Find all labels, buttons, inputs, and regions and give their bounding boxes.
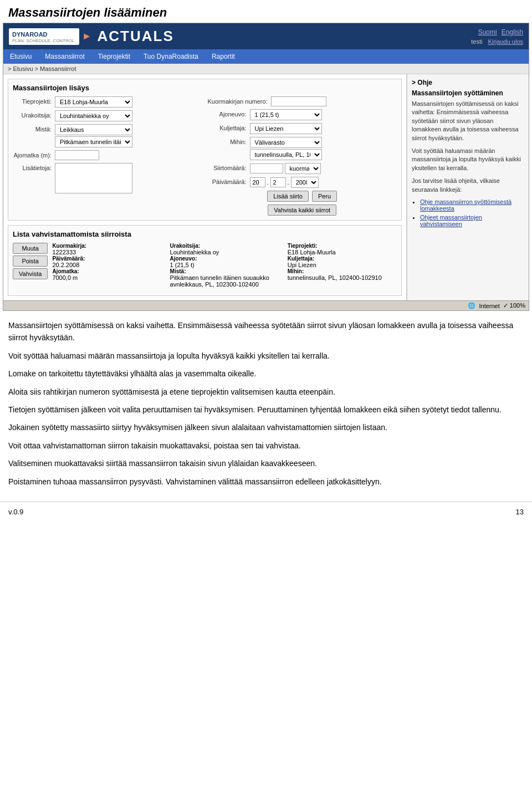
username: testi xyxy=(471,38,482,45)
kuormakirja-label: Kuormakirjan numero: xyxy=(208,96,268,105)
date-month-input[interactable] xyxy=(270,177,286,187)
mista-col-value: Pitkämaen tunnelin itäinen suuaukko avnl… xyxy=(170,274,279,288)
mihin-label: Mihin: xyxy=(208,137,247,145)
kuormakirja-row: Kuormakirjan numero: xyxy=(208,96,397,106)
poista-button[interactable]: Poista xyxy=(13,256,48,267)
lisaa-siirto-button[interactable]: Lisää siirto xyxy=(267,191,309,202)
vahvista-kaikki-button[interactable]: Vahvista kaikki siirrot xyxy=(268,205,336,216)
right-panel: > Ohje Massansiirtojen syöttäminen Massa… xyxy=(407,74,529,300)
ajoneuvo-col-label: Ajoneuvo: xyxy=(170,256,279,262)
kuljettaja-label: Kuljettaja: xyxy=(208,123,247,131)
kuljettaja-row: Kuljettaja: Upi Liezen xyxy=(208,123,397,134)
ajoneuvo-select[interactable]: 1 (21,5 t) xyxy=(250,109,322,120)
nav-bar: Etusivu Massansiirrot Tieprojektit Tuo D… xyxy=(3,49,529,64)
status-bar: 🌐 Internet ✓ 100% xyxy=(3,300,529,310)
mista-select1[interactable]: Leikkaus xyxy=(55,124,132,135)
logo-arrow-icon: ► xyxy=(82,30,92,42)
help-text1: Massansiirtojen syöttämisessä on kaksi v… xyxy=(412,100,524,142)
list-item-actions: Muuta Poista Vahvista xyxy=(13,243,48,288)
footer-page: 13 xyxy=(516,508,524,516)
päivämäärä-row: Päivämäärä: . . 2008 xyxy=(208,177,397,188)
help-links: Ohje massansiirron syöttömisestä lomakke… xyxy=(412,198,524,227)
urakoitsija-col-value: Louhintahiekka oy xyxy=(170,249,279,256)
mista-col-label: Mistä: xyxy=(170,268,279,274)
body-p9: Poistaminen tuhoaa massansiirron pysyväs… xyxy=(8,476,524,488)
help-text3: Jos tarvitse lisää ohjeita, vilkaise seu… xyxy=(412,177,524,194)
form-left-col: Tieprojekti: E18 Lohja-Muurla Urakoitsij… xyxy=(13,96,202,216)
ajoneuvo-col-value: 1 (21,5 t) xyxy=(170,262,279,268)
actuals-title: ACTUALS xyxy=(98,28,174,45)
ajomatka-input[interactable] xyxy=(55,150,99,160)
tieprojekti-row: Tieprojekti: E18 Lohja-Muurla xyxy=(13,96,202,108)
help-text2: Voit syöttää haluamasi määrän massansiir… xyxy=(412,147,524,172)
page-title: Massansiirtojen lisääminen xyxy=(0,0,532,23)
form-right-col: Kuormakirjan numero: Ajoneuvo: 1 (21,5 t… xyxy=(208,96,397,216)
body-p3: Lomake on tarkoitettu täytettäväksi ylhä… xyxy=(8,367,524,380)
tieprojekti-col-value: E18 Lohja-Muurla xyxy=(288,249,397,256)
nav-raportit[interactable]: Raportit xyxy=(205,49,242,64)
list-section: Lista vahvistamattomista siirroista Muut… xyxy=(8,225,402,296)
nav-tieprojektit[interactable]: Tieprojektit xyxy=(91,49,137,64)
lisatietoja-label: Lisätietoja: xyxy=(13,163,52,171)
lang-english[interactable]: English xyxy=(502,28,523,36)
body-p4: Aloita siis rahtikirjan numeron syöttämi… xyxy=(8,386,524,398)
internet-icon: 🌐 xyxy=(468,302,475,309)
siirtomäärä-label: Siirtomäärä: xyxy=(208,163,247,171)
vahvista-button[interactable]: Vahvista xyxy=(13,268,48,279)
siirtomäärä-unit-select[interactable]: kuormaa xyxy=(285,163,321,174)
logo-box: DYNAROAD PLAN. SCHEDULE. CONTROL. xyxy=(9,28,79,45)
user-bar: testi Kirjaudu ulos xyxy=(471,38,523,45)
ajoneuvo-row: Ajoneuvo: 1 (21,5 t) xyxy=(208,109,397,120)
kuormakirja-input[interactable] xyxy=(271,96,326,106)
lisatietoja-textarea[interactable] xyxy=(55,163,132,193)
help-link2[interactable]: Ohjeet massansiirtojen vahvistamiseen xyxy=(420,214,482,227)
urakoitsija-col-label: Urakoitsija: xyxy=(170,243,279,249)
kuljettaja-col-value: Upi Liezen xyxy=(288,262,397,268)
nav-tuo[interactable]: Tuo DynaRoadista xyxy=(137,49,205,64)
list-col1: Kuormakirja: 1222333 Päivämäärä: 20.2.20… xyxy=(52,243,161,288)
body-text-section: Massansiirtojen syöttämisessä on kaksi v… xyxy=(0,311,532,502)
header-right: Suomi English testi Kirjaudu ulos xyxy=(471,28,523,45)
left-panel: Massansiirtojen lisäys Tieprojekti: E18 … xyxy=(3,74,407,300)
logout-link[interactable]: Kirjaudu ulos xyxy=(488,38,523,45)
date-dot2: . xyxy=(288,179,289,186)
mista-label: Mistä: xyxy=(13,124,52,132)
language-bar: Suomi English xyxy=(478,28,523,36)
lang-suomi[interactable]: Suomi xyxy=(478,28,497,36)
body-p7: Voit ottaa vahvistamattoman siirron taka… xyxy=(8,440,524,452)
date-day-input[interactable] xyxy=(250,177,265,187)
logo-area: DYNAROAD PLAN. SCHEDULE. CONTROL. ► xyxy=(9,28,92,45)
action-buttons: Lisää siirto Peru xyxy=(208,191,397,202)
tieprojekti-select[interactable]: E18 Lohja-Muurla xyxy=(55,96,132,108)
kuormakirja-col-value: 1222333 xyxy=(52,249,161,256)
kuormakirja-col-label: Kuormakirja: xyxy=(52,243,161,249)
urakoitsija-label: Urakoitsija: xyxy=(13,110,52,119)
urakoitsija-select[interactable]: Louhintahiekka oy xyxy=(55,110,132,121)
nav-etusivu[interactable]: Etusivu xyxy=(3,49,38,64)
body-p8: Valitseminen muokattavaksi siirtää massa… xyxy=(8,457,524,469)
päivämäärä-label: Päivämäärä: xyxy=(208,177,247,185)
kuljettaja-select[interactable]: Upi Liezen xyxy=(250,123,322,134)
mista-row: Mistä: Leikkaus Pitkämaen tunnelin itäin… xyxy=(13,124,202,147)
lisatietoja-row: Lisätietoja: xyxy=(13,163,202,193)
logo-sub: PLAN. SCHEDULE. CONTROL. xyxy=(12,38,76,43)
peru-button[interactable]: Peru xyxy=(312,191,337,202)
siirtomäärä-row: Siirtomäärä: kuormaa xyxy=(208,163,397,174)
nav-massansiirrot[interactable]: Massansiirrot xyxy=(38,49,91,64)
help-link1[interactable]: Ohje massansiirron syöttömisestä lomakke… xyxy=(420,198,511,212)
urakoitsija-row: Urakoitsija: Louhintahiekka oy xyxy=(13,110,202,121)
mihin-select2[interactable]: tunnelinsuulla, PL, 102400-102940 xyxy=(250,149,322,160)
logo-text: DYNAROAD xyxy=(12,31,48,38)
siirtomäärä-input[interactable] xyxy=(250,164,283,173)
kuljettaja-col-label: Kuljettaja: xyxy=(288,256,397,262)
mihin-select1[interactable]: Välivarasto xyxy=(250,137,322,148)
mihin-col-value: tunnelinsuulla, PL, 102400-102910 xyxy=(288,274,397,281)
footer-version: v.0.9 xyxy=(8,508,23,516)
body-p6: Jokainen syötetty massasiirto siirtyy hy… xyxy=(8,421,524,433)
date-year-select[interactable]: 2008 xyxy=(291,177,319,188)
mista-select2[interactable]: Pitkämaen tunnelin itäinen suuaukko ar xyxy=(55,136,132,147)
form-section: Massansiirtojen lisäys Tieprojekti: E18 … xyxy=(8,79,402,221)
body-p2: Voit syöttää haluamasi määrän massansiir… xyxy=(8,350,524,362)
mihin-col-label: Mihin: xyxy=(288,268,397,274)
muuta-button[interactable]: Muuta xyxy=(13,243,48,254)
